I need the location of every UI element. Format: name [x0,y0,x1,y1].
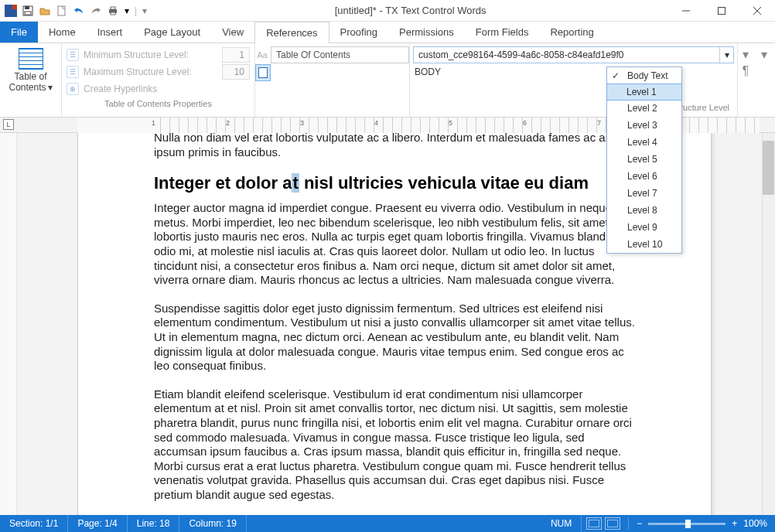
status-line[interactable]: Line: 18 [128,515,180,532]
level-option[interactable]: Level 9 [607,219,681,236]
tab-page-layout[interactable]: Page Layout [133,22,211,43]
create-hyperlinks-label[interactable]: Create Hyperlinks [84,84,157,94]
style-dropdown-arrow-icon[interactable]: ▾ [719,47,733,63]
svg-rect-6 [111,12,115,15]
paragraph-level-group: custom_cce98164-4599-4a6c-8058-c84eafd1e… [410,43,738,117]
body-label: BODY [413,66,441,77]
zoom-in-button[interactable]: + [732,518,737,529]
open-folder-icon[interactable] [39,5,51,17]
pilcrow-button[interactable]: ¶ [738,63,753,79]
svg-rect-1 [25,6,29,9]
vertical-ruler[interactable] [0,133,17,515]
update-toc-button[interactable] [255,64,271,81]
max-level-value[interactable]: 10 [222,64,250,80]
status-num[interactable]: NUM [541,515,582,532]
level-option[interactable]: Level 3 [607,117,681,134]
level-option-label: Body Text [627,70,667,81]
vertical-scrollbar[interactable] [762,133,775,515]
structure-level-dropdown: ✓Body TextLevel 1Level 2Level 3Level 4Le… [606,66,682,254]
status-page[interactable]: Page: 1/4 [68,515,127,532]
maximize-button[interactable] [704,0,739,22]
zoom-slider[interactable] [648,523,725,525]
tab-permissions[interactable]: Permissions [388,22,465,43]
tab-reporting[interactable]: Reporting [539,22,604,43]
level-option[interactable]: Level 1 [606,84,682,101]
level-option[interactable]: Level 4 [607,134,681,151]
level-list-dropdown-icon[interactable]: ▾ [738,46,753,62]
minimize-button[interactable] [668,0,704,22]
print-icon[interactable] [107,5,119,17]
tab-references[interactable]: References [254,22,329,43]
text-caret-selection: t [292,173,299,193]
zoom-percent[interactable]: 100% [743,518,767,529]
level-option-label: Level 6 [627,171,657,182]
close-button[interactable] [739,0,775,22]
quick-access-toolbar: ▾ | ▾ [0,5,152,17]
max-level-label: Maximum Structure Level: [84,66,217,77]
tab-form-fields[interactable]: Form Fields [465,22,540,43]
zoom-slider-knob[interactable] [685,520,691,528]
toc-button-group: Table of Contents▾ [0,43,62,117]
svg-rect-8 [719,7,725,14]
level-option-label: Level 5 [627,154,657,165]
svg-rect-3 [58,6,65,15]
scrollbar-thumb[interactable] [763,141,774,195]
status-bar: Section: 1/1 Page: 1/4 Line: 18 Column: … [0,515,775,532]
ribbon-collapse-icon[interactable]: ▾ [756,46,772,62]
body-paragraph[interactable]: Nulla non diam vel erat lobortis vulputa… [154,133,635,159]
status-section[interactable]: Section: 1/1 [0,515,68,532]
zoom-control: − + 100% [629,518,775,529]
toc-properties-group: ☰ Minimum Structure Level: 1 ☰ Maximum S… [62,43,255,117]
level-option[interactable]: Level 7 [607,185,681,202]
level-option[interactable]: Level 10 [607,236,681,253]
save-icon[interactable] [22,5,34,17]
ribbon-collapse-control: ▾ [756,43,775,117]
group-label-toc: Table of Contents Properties [67,97,250,110]
svg-rect-2 [25,12,31,15]
group-label-para-level: Paragraph Structure Level [413,101,734,114]
min-level-label: Minimum Structure Level: [84,49,217,60]
level-option[interactable]: Level 5 [607,151,681,168]
new-document-icon[interactable] [56,5,68,17]
toc-title-group: Aa [255,43,410,117]
heading-2[interactable]: Integer et dolor at nisl ultricies vehic… [154,173,635,193]
level-option-label: Level 10 [627,239,662,250]
qat-customize-icon[interactable]: ▾ [142,5,148,17]
max-level-icon: ☰ [67,66,79,78]
undo-icon[interactable] [73,5,85,17]
body-paragraph[interactable]: Suspendisse sagittis dolor eget justo di… [154,302,635,373]
ruler-l-marker[interactable]: L [3,119,14,130]
toc-button-label-2[interactable]: Contents▾ [9,82,52,93]
level-option[interactable]: ✓Body Text [607,67,681,84]
toc-button-label-1[interactable]: Table of [14,71,46,82]
tab-proofing[interactable]: Proofing [329,22,388,43]
level-option[interactable]: Level 2 [607,100,681,117]
tab-view[interactable]: View [211,22,254,43]
min-level-value[interactable]: 1 [222,47,250,63]
tab-insert[interactable]: Insert [87,22,134,43]
level-option[interactable]: Level 6 [607,168,681,185]
body-paragraph[interactable]: Etiam blandit eleifend scelerisque. Vest… [154,387,635,503]
tab-home[interactable]: Home [38,22,87,43]
level-option-label: Level 7 [627,188,657,199]
status-column[interactable]: Column: 19 [179,515,246,532]
level-option-label: Level 4 [627,137,657,148]
title-bar: ▾ | ▾ [untitled]* - TX Text Control Word… [0,0,775,22]
svg-rect-5 [111,7,115,9]
level-option-label: Level 8 [627,205,657,216]
view-mode-1-button[interactable] [586,517,602,530]
style-dropdown-value: custom_cce98164-4599-4a6c-8058-c84eafd1e… [418,49,624,60]
body-paragraph[interactable]: Integer auctor magna id imperdiet congue… [154,201,635,288]
table-of-contents-icon[interactable] [19,48,43,70]
level-option[interactable]: Level 8 [607,202,681,219]
redo-icon[interactable] [90,5,102,17]
tab-file[interactable]: File [0,22,38,43]
min-level-icon: ☰ [67,49,79,61]
view-mode-2-button[interactable] [605,517,620,530]
toc-title-input[interactable] [271,46,409,63]
zoom-out-button[interactable]: − [637,518,642,529]
print-dropdown-icon[interactable]: ▾ [124,5,130,17]
level-option-label: Level 3 [627,120,657,131]
style-dropdown[interactable]: custom_cce98164-4599-4a6c-8058-c84eafd1e… [413,46,734,63]
ribbon-tabs: File Home Insert Page Layout View Refere… [0,22,775,43]
